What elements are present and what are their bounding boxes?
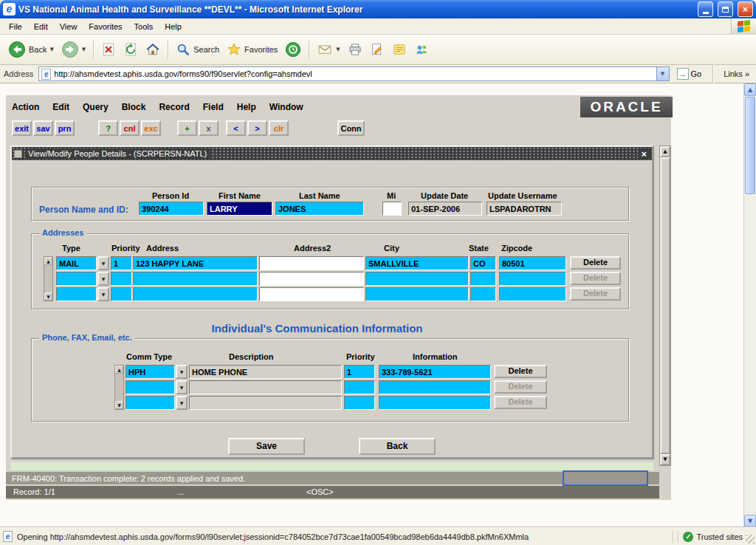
print-button[interactable] <box>344 40 366 59</box>
address-dropdown-button[interactable]: ▼ <box>656 67 669 80</box>
address2-field[interactable] <box>259 272 364 286</box>
zipcode-field[interactable] <box>499 287 566 301</box>
print-toolbar-button[interactable]: prn <box>55 120 75 136</box>
address-type-dropdown-button[interactable]: ▼ <box>97 287 109 301</box>
menu-favorites[interactable]: Favorites <box>83 20 128 33</box>
exit-button[interactable]: exit <box>12 120 32 136</box>
menu-record[interactable]: Record <box>159 100 196 114</box>
links-button[interactable]: Links » <box>721 68 752 80</box>
help-toolbar-button[interactable]: ? <box>98 120 118 136</box>
address-priority-field[interactable] <box>111 287 132 301</box>
messenger-button[interactable] <box>388 40 410 59</box>
refresh-button[interactable] <box>120 40 142 59</box>
menu-block[interactable]: Block <box>122 100 153 114</box>
menu-edit[interactable]: Edit <box>52 100 76 114</box>
addresses-scrollbar[interactable]: ▲ ▼ <box>44 256 53 301</box>
execute-toolbar-button[interactable]: exc <box>141 120 161 136</box>
edit-button[interactable] <box>366 40 388 59</box>
information-field[interactable] <box>379 380 491 394</box>
save-toolbar-button[interactable]: sav <box>33 120 53 136</box>
back-button[interactable]: Back▼ <box>4 38 58 61</box>
city-field[interactable] <box>365 287 469 301</box>
address-field[interactable]: 123 HAPPY LANE <box>133 256 258 270</box>
comm-priority-field[interactable] <box>344 380 375 394</box>
menu-field[interactable]: Field <box>203 100 230 114</box>
previous-record-button[interactable]: < <box>226 120 246 136</box>
delete-address-button[interactable]: Delete <box>570 256 621 270</box>
msn-button[interactable] <box>410 40 433 59</box>
scroll-down-icon[interactable]: ▼ <box>115 401 123 409</box>
scroll-up-icon[interactable]: ▲ <box>744 83 756 96</box>
address-type-field[interactable] <box>56 287 97 301</box>
minimize-button[interactable] <box>698 1 713 17</box>
information-field[interactable]: 333-789-5621 <box>379 365 491 379</box>
address-input[interactable]: e http://ahsmdevtest.aphis.usda.gov/form… <box>38 66 669 81</box>
scroll-down-icon[interactable]: ▼ <box>744 515 756 527</box>
information-field[interactable] <box>379 396 491 410</box>
go-button[interactable]: → Go <box>673 66 706 81</box>
stop-button[interactable] <box>97 40 120 59</box>
history-button[interactable] <box>281 39 305 60</box>
address-field[interactable] <box>133 287 258 301</box>
state-field[interactable]: CO <box>470 256 496 270</box>
menu-help[interactable]: Help <box>237 100 263 114</box>
state-field[interactable] <box>470 272 496 286</box>
insert-record-button[interactable]: + <box>177 120 197 136</box>
scroll-up-icon[interactable]: ▲ <box>660 146 670 157</box>
comm-priority-field[interactable]: 1 <box>344 365 375 379</box>
mail-button[interactable]: ▼ <box>313 40 343 59</box>
forward-button[interactable]: ▼ <box>58 38 89 61</box>
person-id-field[interactable]: 390244 <box>139 202 204 216</box>
address-type-field[interactable]: MAIL <box>56 256 97 270</box>
first-name-field[interactable]: LARRY <box>207 202 272 216</box>
menu-help[interactable]: Help <box>159 20 188 33</box>
address-priority-field[interactable] <box>111 272 132 286</box>
comm-type-dropdown-button[interactable]: ▼ <box>176 396 188 410</box>
conn-button[interactable]: Conn <box>337 120 365 136</box>
form-close-icon[interactable]: × <box>638 148 650 160</box>
cancel-toolbar-button[interactable]: cnl <box>120 120 140 136</box>
maximize-button[interactable] <box>718 1 733 17</box>
comm-type-field[interactable]: HPH <box>126 365 175 379</box>
menu-window[interactable]: Window <box>269 100 310 114</box>
comm-type-dropdown-button[interactable]: ▼ <box>176 380 188 394</box>
menu-action[interactable]: Action <box>12 100 46 114</box>
menu-tools[interactable]: Tools <box>128 20 159 33</box>
menu-query[interactable]: Query <box>83 100 115 114</box>
address-field[interactable] <box>133 272 258 286</box>
zipcode-field[interactable]: 80501 <box>499 256 566 270</box>
comm-type-dropdown-button[interactable]: ▼ <box>176 365 188 379</box>
home-button[interactable] <box>142 40 164 59</box>
comm-type-field[interactable] <box>126 380 175 394</box>
save-button[interactable]: Save <box>228 438 305 455</box>
remove-record-button[interactable]: x <box>199 120 219 136</box>
address-type-dropdown-button[interactable]: ▼ <box>97 256 109 270</box>
address2-field[interactable] <box>259 287 364 301</box>
scroll-down-icon[interactable]: ▼ <box>44 292 52 301</box>
next-record-button[interactable]: > <box>247 120 267 136</box>
comm-type-field[interactable] <box>126 396 175 410</box>
clear-toolbar-button[interactable]: clr <box>269 120 289 136</box>
city-field[interactable]: SMALLVILLE <box>365 256 469 270</box>
scroll-down-icon[interactable]: ▼ <box>660 454 670 465</box>
favorites-button[interactable]: Favorites <box>223 40 281 59</box>
delete-comm-button[interactable]: Delete <box>494 365 547 378</box>
address-type-field[interactable] <box>56 272 97 286</box>
back-button[interactable]: Back <box>359 438 436 455</box>
scrollbar-thumb[interactable] <box>660 157 670 454</box>
mi-field[interactable] <box>382 202 402 216</box>
scroll-up-icon[interactable]: ▲ <box>115 366 123 374</box>
comm-priority-field[interactable] <box>344 396 375 410</box>
comm-scrollbar[interactable]: ▲ ▼ <box>114 365 124 410</box>
close-button[interactable]: × <box>738 1 753 17</box>
menu-file[interactable]: File <box>3 20 28 33</box>
menu-edit[interactable]: Edit <box>28 20 54 33</box>
address2-field[interactable] <box>259 256 364 270</box>
scrollbar-thumb[interactable] <box>745 97 755 194</box>
state-field[interactable] <box>470 287 496 301</box>
zipcode-field[interactable] <box>499 272 566 286</box>
address-type-dropdown-button[interactable]: ▼ <box>97 272 109 286</box>
search-button[interactable]: Search <box>172 40 223 59</box>
address-priority-field[interactable]: 1 <box>111 256 132 270</box>
applet-scrollbar[interactable]: ▲ ▼ <box>659 145 671 466</box>
